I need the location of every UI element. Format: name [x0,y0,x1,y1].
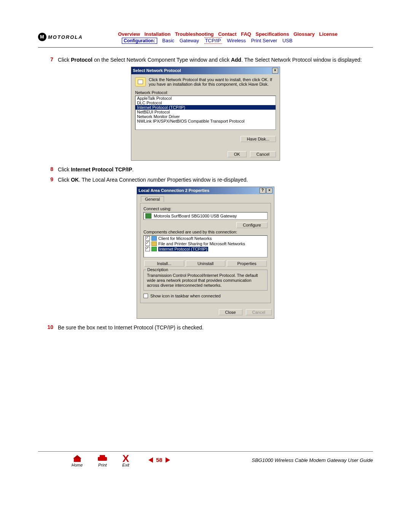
list-label: Network Protocol: [135,90,276,95]
dialog-description: Click the Network Protocol that you want… [149,77,276,86]
close-button[interactable]: Close [219,309,242,315]
step-number: 7 [38,56,58,64]
step-7: 7 Click Protocol on the Select Network C… [38,56,373,64]
step-8: 8 Click Internet Protocol TCP/IP. [38,166,373,173]
list-item[interactable]: AppleTalk Protocol [135,96,276,101]
nav-secondary: Configuration: Basic Gateway TCP/IP Wire… [118,38,293,43]
dialog-title: Select Network Protocol [133,68,181,73]
component-row-selected[interactable]: Internet Protocol (TCP/IP) [144,246,267,252]
nav-glossary[interactable]: Glossary [293,31,315,37]
cancel-button[interactable]: Cancel [250,151,276,157]
properties-button[interactable]: Properties [227,260,267,267]
components-listbox[interactable]: Client for Microsoft Networks File and P… [143,235,268,257]
page-navigator: 58 [148,457,170,463]
component-row[interactable]: File and Printer Sharing for Microsoft N… [144,241,267,246]
footer-divider [38,451,373,452]
step-text: Click Protocol on the Select Network Com… [58,56,373,64]
guide-title: SBG1000 Wireless Cable Modem Gateway Use… [252,457,373,463]
client-icon [151,236,157,241]
subnav-usb[interactable]: USB [282,38,293,43]
nav-specifications[interactable]: Specifications [256,31,289,37]
protocol-icon [135,77,146,86]
protocol-listbox[interactable]: AppleTalk Protocol DLC Protocol Internet… [135,96,276,130]
tab-general[interactable]: General [141,196,164,202]
nav-configuration-label: Configuration: [122,38,157,44]
nav-contact[interactable]: Contact [218,31,236,37]
exit-icon: X [122,455,129,462]
brand-text: MOTOROLA [48,34,83,40]
tcpip-icon [151,247,157,251]
help-button[interactable]: ? [260,188,266,193]
step-text: Click OK. The Local Area Connection numb… [58,176,373,184]
list-item[interactable]: NetBEUI Protocol [135,110,276,114]
list-item[interactable]: Network Monitor Driver [135,114,276,119]
checkbox-icon[interactable] [145,236,150,241]
nav-faq[interactable]: FAQ [241,31,251,37]
checkbox-icon[interactable] [145,247,150,251]
page-footer: Home Print X Exit 58 SBG1000 Wireless Ca… [38,451,373,478]
show-icon-option[interactable]: Show icon in taskbar when connected [143,294,268,298]
network-adapter-icon [145,213,151,219]
description-text: Transmission Control Protocol/Internet P… [147,273,258,288]
description-legend: Description [146,267,169,272]
subnav-printserver[interactable]: Print Server [251,38,277,43]
motorola-mark-icon [38,33,46,41]
dialog-titlebar: Local Area Connection 2 Properties ? × [137,187,274,194]
connect-using-label: Connect using: [143,206,268,211]
step-number: 10 [38,324,58,331]
close-button[interactable]: × [272,68,278,73]
step-number: 8 [38,166,58,173]
nav-troubleshooting[interactable]: Troubleshooting [175,31,214,37]
content-area: 7 Click Protocol on the Select Network C… [38,56,373,334]
components-label: Components checked are used by this conn… [143,230,268,234]
prev-page-arrow-icon[interactable] [148,457,153,463]
exit-link[interactable]: X Exit [122,455,129,467]
nav-installation[interactable]: Installation [144,31,170,37]
home-link[interactable]: Home [72,455,83,467]
checkbox-icon[interactable] [145,241,150,246]
cancel-button: Cancel [246,309,272,315]
header-divider [38,47,373,48]
subnav-tcpip[interactable]: TCP/IP [204,37,222,44]
page-number: 58 [156,457,162,463]
fileshare-icon [151,241,157,246]
ok-button[interactable]: OK [228,151,247,157]
print-icon [98,455,107,462]
step-number: 9 [38,176,58,184]
configure-button[interactable]: Configure [236,222,268,228]
list-item[interactable]: DLC Protocol [135,101,276,105]
adapter-field: Motorola SurfBoard SBG1000 USB Gateway [143,212,268,220]
brand-logo: MOTOROLA [38,33,83,41]
have-disk-button[interactable]: Have Disk... [241,136,276,142]
nav-overview[interactable]: Overview [118,31,140,37]
description-group: Description Transmission Control Protoco… [143,270,268,291]
nav-license[interactable]: License [319,31,338,37]
list-item[interactable]: NWLink IPX/SPX/NetBIOS Compatible Transp… [135,119,276,123]
dialog-titlebar: Select Network Protocol × [131,67,280,74]
component-row[interactable]: Client for Microsoft Networks [144,236,267,241]
step-text: Be sure the box next to Internet Protoco… [58,324,373,331]
subnav-wireless[interactable]: Wireless [227,38,246,43]
print-link[interactable]: Print [98,455,107,467]
subnav-basic[interactable]: Basic [162,38,174,43]
nav-primary: Overview Installation Troubleshooting Co… [118,31,341,37]
close-button[interactable]: × [266,188,272,193]
install-button[interactable]: Install... [144,260,184,267]
subnav-gateway[interactable]: Gateway [180,38,199,43]
select-network-protocol-dialog: Select Network Protocol × Click the Netw… [131,67,280,161]
dialog-title: Local Area Connection 2 Properties [139,188,209,193]
checkbox-icon[interactable] [143,294,148,298]
step-9: 9 Click OK. The Local Area Connection nu… [38,176,373,184]
step-text: Click Internet Protocol TCP/IP. [58,166,373,173]
lan-connection-properties-dialog: Local Area Connection 2 Properties ? × G… [137,187,274,319]
list-item-selected[interactable]: Internet Protocol (TCP/IP) [135,105,276,110]
step-10: 10 Be sure the box next to Internet Prot… [38,324,373,331]
uninstall-button[interactable]: Uninstall [186,260,226,267]
home-icon [73,455,81,462]
next-page-arrow-icon[interactable] [166,457,170,463]
